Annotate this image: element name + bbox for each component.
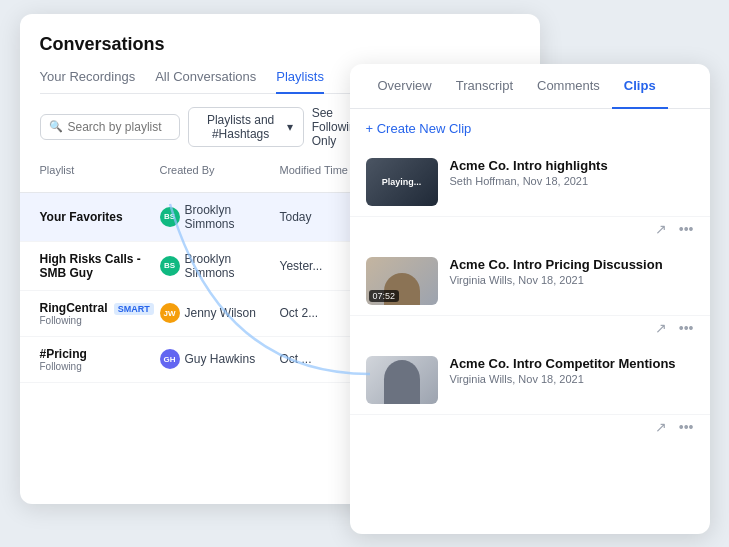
row-sub: Following [40,361,160,372]
more-options-icon[interactable]: ••• [679,221,694,237]
clip-actions: ↗ ••• [350,217,710,247]
creator-name: Brooklyn Simmons [185,252,280,280]
main-wrapper: Conversations Your Recordings All Conver… [20,14,710,534]
filter-label: Playlists and #Hashtags [199,113,283,141]
avatar: BS [160,207,180,227]
clip-info: Acme Co. Intro Pricing Discussion Virgin… [450,257,694,286]
clip-item: 07:52 Acme Co. Intro Pricing Discussion … [350,247,710,316]
share-icon[interactable]: ↗ [655,221,667,237]
clip-title: Acme Co. Intro Pricing Discussion [450,257,694,272]
clip-actions: ↗ ••• [350,415,710,445]
clip-title: Acme Co. Intro Competitor Mentions [450,356,694,371]
share-icon[interactable]: ↗ [655,419,667,435]
row-name: RingCentral SMART [40,301,160,315]
search-input-wrap[interactable]: 🔍 [40,114,180,140]
panel-title: Conversations [40,34,520,55]
creator-name: Guy Hawkins [185,352,256,366]
col-playlist: Playlist [40,164,160,188]
clip-item: Playing... Acme Co. Intro highlights Set… [350,148,710,217]
clip-thumbnail [366,356,438,404]
creator-cell: BS Brooklyn Simmons [160,203,280,231]
clip-thumbnail: Playing... [366,158,438,206]
search-icon: 🔍 [49,120,63,133]
clip-meta: Virginia Wills, Nov 18, 2021 [450,373,694,385]
row-name: High Risks Calls - SMB Guy [40,252,160,280]
avatar: JW [160,303,180,323]
clip-title: Acme Co. Intro highlights [450,158,694,173]
clips-tabs: Overview Transcript Comments Clips [350,64,710,109]
clip-meta: Seth Hoffman, Nov 18, 2021 [450,175,694,187]
more-options-icon[interactable]: ••• [679,320,694,336]
creator-cell: JW Jenny Wilson [160,303,280,323]
row-sub: Following [40,315,160,326]
clip-meta: Virginia Wills, Nov 18, 2021 [450,274,694,286]
clip-info: Acme Co. Intro highlights Seth Hoffman, … [450,158,694,187]
tab-all-conversations[interactable]: All Conversations [155,69,256,94]
avatar: GH [160,349,180,369]
col-created-by: Created By [160,164,280,188]
smart-badge: SMART [114,303,154,315]
tab-clips[interactable]: Clips [612,64,668,109]
clip-actions: ↗ ••• [350,316,710,346]
creator-cell: GH Guy Hawkins [160,349,280,369]
clip-item: Acme Co. Intro Competitor Mentions Virgi… [350,346,710,415]
share-icon[interactable]: ↗ [655,320,667,336]
row-name: #Pricing [40,347,160,361]
tab-your-recordings[interactable]: Your Recordings [40,69,136,94]
search-input[interactable] [68,120,168,134]
duration-badge: 07:52 [369,290,400,302]
tab-overview[interactable]: Overview [366,64,444,109]
avatar: BS [160,256,180,276]
more-options-icon[interactable]: ••• [679,419,694,435]
clip-thumbnail: 07:52 [366,257,438,305]
creator-name: Jenny Wilson [185,306,256,320]
creator-name: Brooklyn Simmons [185,203,280,231]
filter-button[interactable]: Playlists and #Hashtags ▾ [188,107,304,147]
create-new-clip-button[interactable]: + Create New Clip [350,109,710,148]
playing-label: Playing... [382,177,422,187]
tab-playlists[interactable]: Playlists [276,69,324,94]
clips-panel: Overview Transcript Comments Clips + Cre… [350,64,710,534]
clip-info: Acme Co. Intro Competitor Mentions Virgi… [450,356,694,385]
tab-transcript[interactable]: Transcript [444,64,525,109]
tab-comments[interactable]: Comments [525,64,612,109]
row-name: Your Favorites [40,210,160,224]
chevron-down-icon: ▾ [287,120,293,134]
creator-cell: BS Brooklyn Simmons [160,252,280,280]
